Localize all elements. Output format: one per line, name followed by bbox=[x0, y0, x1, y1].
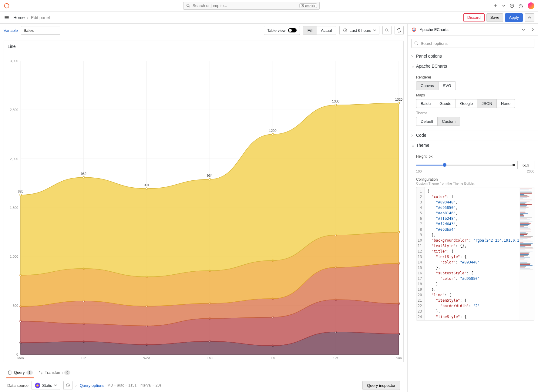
user-avatar[interactable] bbox=[528, 2, 534, 9]
svg-rect-154 bbox=[520, 245, 531, 246]
svg-text:Tue: Tue bbox=[81, 356, 87, 360]
zoom-out-button[interactable] bbox=[382, 26, 392, 35]
query-inspector-button[interactable]: Query inspector bbox=[362, 381, 400, 390]
svg-point-1 bbox=[187, 4, 189, 6]
svg-point-75 bbox=[272, 133, 274, 135]
maps-google[interactable]: Google bbox=[456, 99, 477, 108]
svg-rect-139 bbox=[520, 232, 531, 232]
svg-text:Sat: Sat bbox=[333, 356, 338, 360]
svg-text:Thu: Thu bbox=[207, 356, 213, 360]
maps-gaode[interactable]: Gaode bbox=[435, 99, 456, 108]
refresh-button[interactable] bbox=[395, 26, 404, 35]
table-view-toggle[interactable]: Table view bbox=[264, 26, 300, 35]
plugin-icon bbox=[411, 27, 417, 32]
switch-icon[interactable] bbox=[288, 28, 297, 32]
menu-toggle-icon[interactable] bbox=[4, 15, 10, 21]
section-panel-options[interactable]: › Panel options bbox=[408, 51, 538, 61]
svg-rect-120 bbox=[520, 214, 523, 215]
svg-point-71 bbox=[20, 194, 22, 196]
svg-text:1,000: 1,000 bbox=[10, 255, 18, 258]
section-theme[interactable]: ⌄ Theme bbox=[408, 140, 538, 150]
query-options-link[interactable]: Query options bbox=[80, 383, 104, 388]
svg-text:?: ? bbox=[511, 4, 513, 7]
svg-point-77 bbox=[398, 102, 400, 104]
svg-rect-135 bbox=[520, 228, 530, 228]
kbd-hint: ⌘cmd+k bbox=[299, 3, 317, 8]
help-icon[interactable]: ? bbox=[509, 3, 514, 8]
section-code[interactable]: › Code bbox=[408, 130, 538, 140]
breadcrumb-home[interactable]: Home bbox=[13, 15, 25, 20]
svg-rect-131 bbox=[520, 224, 530, 225]
svg-rect-146 bbox=[520, 238, 527, 238]
svg-rect-174 bbox=[520, 263, 530, 264]
svg-rect-100 bbox=[520, 196, 529, 196]
discard-button[interactable]: Discard bbox=[463, 13, 485, 22]
section-apache-echarts[interactable]: ⌄ Apache ECharts bbox=[408, 61, 538, 71]
config-desc: Custom Theme from the Theme Builder. bbox=[416, 182, 534, 185]
svg-point-88 bbox=[413, 29, 415, 31]
chevron-right-icon: › bbox=[76, 383, 77, 388]
chevron-down-icon[interactable] bbox=[522, 28, 525, 31]
svg-text:Sun: Sun bbox=[396, 356, 402, 360]
svg-rect-151 bbox=[520, 243, 523, 243]
svg-text:1,500: 1,500 bbox=[10, 206, 18, 209]
config-editor[interactable]: 1234567891011121314151617181920212223242… bbox=[416, 187, 534, 320]
transform-count-badge: 0 bbox=[64, 370, 70, 375]
svg-text:Fri: Fri bbox=[271, 356, 275, 360]
svg-text:0: 0 bbox=[16, 353, 18, 356]
svg-rect-128 bbox=[520, 222, 532, 222]
height-input[interactable] bbox=[517, 161, 534, 169]
time-range-picker[interactable]: Last 6 hours bbox=[339, 26, 379, 35]
actual-toggle[interactable]: Actual bbox=[317, 26, 336, 35]
tab-transform[interactable]: Transform 0 bbox=[38, 367, 71, 378]
svg-rect-123 bbox=[520, 217, 532, 217]
svg-rect-167 bbox=[520, 257, 530, 257]
svg-text:820: 820 bbox=[18, 189, 23, 193]
transform-icon bbox=[38, 370, 43, 375]
svg-text:2,000: 2,000 bbox=[10, 157, 18, 161]
renderer-canvas[interactable]: Canvas bbox=[416, 82, 439, 90]
apply-button[interactable]: Apply bbox=[505, 13, 523, 22]
chevron-right-icon[interactable] bbox=[531, 28, 534, 31]
data-source-label: Data source bbox=[7, 383, 29, 388]
svg-rect-130 bbox=[520, 223, 531, 224]
svg-text:2,500: 2,500 bbox=[10, 108, 18, 112]
global-search-input[interactable] bbox=[193, 3, 298, 8]
height-slider[interactable] bbox=[416, 160, 515, 169]
query-count-badge: 1 bbox=[26, 370, 32, 375]
svg-rect-152 bbox=[520, 243, 533, 244]
minimap[interactable] bbox=[519, 187, 534, 320]
svg-rect-134 bbox=[520, 227, 528, 227]
theme-default[interactable]: Default bbox=[416, 117, 438, 126]
svg-rect-138 bbox=[520, 231, 524, 231]
options-search[interactable] bbox=[411, 39, 534, 48]
svg-rect-148 bbox=[520, 240, 530, 240]
fill-toggle[interactable]: Fill bbox=[303, 26, 317, 35]
global-search[interactable]: ⌘cmd+k bbox=[183, 2, 320, 10]
svg-rect-102 bbox=[520, 198, 523, 198]
collapse-panel-icon[interactable] bbox=[525, 13, 534, 22]
svg-rect-92 bbox=[520, 189, 529, 189]
svg-rect-109 bbox=[520, 204, 532, 205]
chevron-down-icon[interactable] bbox=[502, 4, 505, 7]
height-max: 2000 bbox=[527, 169, 534, 173]
renderer-svg[interactable]: SVG bbox=[439, 82, 455, 90]
svg-rect-156 bbox=[520, 247, 533, 247]
options-search-input[interactable] bbox=[421, 41, 532, 46]
svg-line-2 bbox=[189, 6, 190, 7]
maps-json[interactable]: JSON bbox=[477, 99, 497, 108]
save-button[interactable]: Save bbox=[486, 13, 503, 22]
panel-title: Line bbox=[4, 41, 403, 52]
variable-input[interactable] bbox=[21, 26, 60, 35]
chart[interactable]: 05001,0001,5002,0002,5003,000MonTueWedTh… bbox=[4, 52, 403, 362]
grafana-logo-icon[interactable] bbox=[4, 3, 10, 9]
rss-icon[interactable] bbox=[519, 3, 523, 8]
theme-custom[interactable]: Custom bbox=[438, 117, 460, 126]
maps-none[interactable]: None bbox=[497, 99, 515, 108]
tab-query[interactable]: Query 1 bbox=[7, 367, 33, 378]
data-source-select[interactable]: ⚡ Static bbox=[32, 381, 60, 390]
add-menu[interactable] bbox=[493, 3, 498, 8]
datasource-help-button[interactable] bbox=[63, 381, 72, 390]
breadcrumb: Home › Edit panel bbox=[13, 15, 50, 20]
maps-baidu[interactable]: Baidu bbox=[416, 99, 435, 108]
